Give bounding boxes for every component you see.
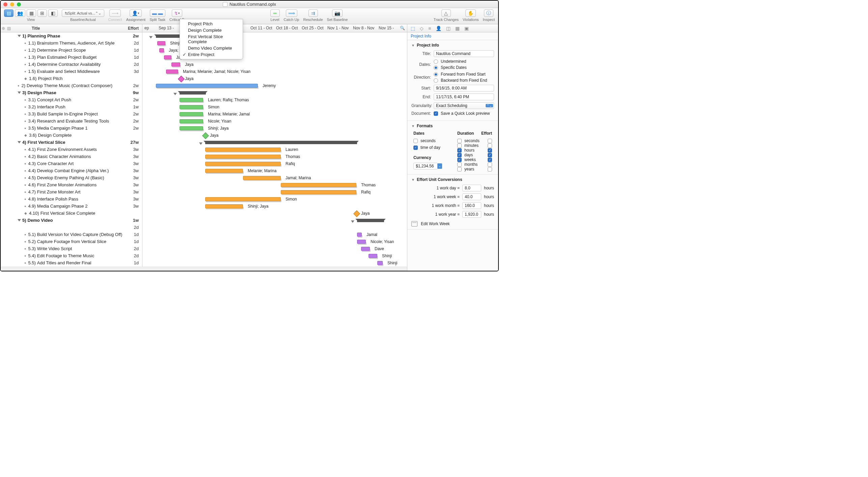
start-input[interactable]: 9/16/15, 8:00 AM xyxy=(434,85,494,91)
task-bar[interactable] xyxy=(243,176,281,180)
title-input[interactable]: Nautilus Command xyxy=(434,50,494,57)
duration-years-checkbox[interactable] xyxy=(457,167,462,171)
inspector-resource-icon[interactable]: 👤 xyxy=(436,26,441,31)
conversion-input[interactable]: 1,920.0 xyxy=(462,211,481,218)
inspector-page-icon[interactable]: ▣ xyxy=(464,26,469,31)
task-bar[interactable] xyxy=(357,240,366,244)
dates-seconds-checkbox[interactable] xyxy=(413,139,418,143)
close-window[interactable] xyxy=(3,2,7,6)
task-bar[interactable] xyxy=(171,62,180,67)
task-bar[interactable] xyxy=(369,254,377,258)
task-bar[interactable] xyxy=(166,70,178,74)
outline-row[interactable]: ●4.1)First Zone Environment Assets3w xyxy=(1,146,142,153)
set-baseline-button[interactable]: 📷 xyxy=(332,9,343,17)
task-bar[interactable] xyxy=(180,112,203,116)
outline-row[interactable]: 2d xyxy=(1,224,142,231)
outline-row[interactable]: ●5.5)Add Titles and Render Final1d xyxy=(1,259,142,266)
zoom-window[interactable] xyxy=(17,2,21,6)
disclosure-icon[interactable] xyxy=(199,142,202,147)
summary-bar[interactable] xyxy=(180,91,206,95)
eye-icon[interactable]: ⊕ xyxy=(1,26,6,31)
outline-row[interactable]: ◆3.6)Design Complete xyxy=(1,132,142,139)
project-info-header[interactable]: ▼Project Info xyxy=(411,43,494,48)
direction-forward-radio[interactable] xyxy=(434,72,438,77)
task-bar[interactable] xyxy=(180,98,203,102)
task-bar[interactable] xyxy=(156,84,258,88)
disclosure-icon[interactable] xyxy=(149,36,153,40)
violations-button[interactable]: ✋ xyxy=(465,9,476,17)
effort-months-checkbox[interactable] xyxy=(488,162,492,167)
conversion-input[interactable]: 40.0 xyxy=(462,193,481,200)
summary-bar[interactable] xyxy=(205,141,357,144)
menu-item-design-complete[interactable]: Design Complete xyxy=(180,27,243,33)
outline-row[interactable]: ●5.1)Build Version for Video Capture (De… xyxy=(1,231,142,238)
menu-item-entire-project[interactable]: Entire Project xyxy=(180,51,243,58)
inspector-breadcrumb[interactable]: Project Info xyxy=(407,32,498,40)
view-gantt-button[interactable]: ▤ xyxy=(4,9,13,17)
outline-row[interactable]: ◆1.6)Project Pitch xyxy=(1,75,142,82)
disclosure-icon[interactable] xyxy=(18,141,21,145)
baseline-mode-select[interactable]: ⇆Split: Actual vs...⌃⌄ xyxy=(62,9,104,17)
outline-row[interactable]: 4)First Vertical Slice27w xyxy=(1,139,142,146)
dates-specific-radio[interactable] xyxy=(434,65,438,70)
disclosure-icon[interactable] xyxy=(351,220,354,224)
view-resources-button[interactable]: 👥 xyxy=(15,9,25,17)
task-bar[interactable] xyxy=(205,155,281,159)
menu-item-demo-video-complete[interactable]: Demo Video Complete xyxy=(180,45,243,51)
inspector-milestone-icon[interactable]: ◇ xyxy=(420,26,424,31)
currency-input[interactable]: $1,234.56 xyxy=(413,163,438,169)
milestone-diamond[interactable] xyxy=(178,76,185,82)
view-network-button[interactable]: ⊞ xyxy=(37,9,47,17)
outline-row[interactable]: ●4.3)Core Character Art3w xyxy=(1,160,142,167)
inspector-styles-icon[interactable]: ◫ xyxy=(446,26,451,31)
task-bar[interactable] xyxy=(164,55,171,59)
outline-row[interactable]: ◆4.10)First Vertical Slice Complete xyxy=(1,210,142,217)
outline-row[interactable]: ●5.3)Write Video Script2d xyxy=(1,245,142,252)
effort-years-checkbox[interactable] xyxy=(488,167,492,171)
outline-row[interactable]: ●1.5)Evaluate and Select Middleware3d xyxy=(1,68,142,75)
effort-conversions-header[interactable]: ▼Effort Unit Conversions xyxy=(411,177,494,182)
effort-weeks-checkbox[interactable] xyxy=(488,158,492,162)
outline-row[interactable]: ●3.3)Build Sample In-Engine Project2w xyxy=(1,110,142,117)
duration-minutes-checkbox[interactable] xyxy=(457,143,462,148)
duration-hours-checkbox[interactable] xyxy=(457,148,462,153)
effort-column-header[interactable]: Effort xyxy=(122,26,142,31)
edit-work-week[interactable]: Edit Work Week xyxy=(411,220,494,227)
conversion-input[interactable]: 8.0 xyxy=(462,185,481,191)
menu-item-project-pitch[interactable]: Project Pitch xyxy=(180,21,243,27)
inspect-button[interactable]: ⓘ xyxy=(484,9,493,17)
task-bar[interactable] xyxy=(159,48,164,52)
outline-row[interactable]: ●4.7)First Zone Monster Art3w xyxy=(1,188,142,195)
duration-seconds-checkbox[interactable] xyxy=(457,139,462,143)
outline-row[interactable]: ●2)Develop Theme Music (Contract Compose… xyxy=(1,82,142,89)
assignment-button[interactable]: 👤▾ xyxy=(130,9,142,17)
task-bar[interactable] xyxy=(281,190,356,194)
outline-row[interactable]: ●3.1)Concept Art Push2w xyxy=(1,96,142,103)
catch-up-button[interactable]: ⟹ xyxy=(286,9,297,17)
disclosure-icon[interactable] xyxy=(18,35,21,39)
outline-row[interactable]: ●3.4)Research and Evaluate Testing Tools… xyxy=(1,117,142,125)
task-bar[interactable] xyxy=(357,233,362,237)
outline-row[interactable]: ●4.4)Develop Combat Engine (Alpha Ver.)3… xyxy=(1,167,142,174)
connect-button[interactable]: ⟶ xyxy=(109,9,121,17)
conversion-input[interactable]: 160.0 xyxy=(462,202,481,209)
granularity-select[interactable]: Exact Scheduling⌃⌄ xyxy=(434,102,494,109)
outline-row[interactable]: ●4.2)Basic Character Animations3w xyxy=(1,153,142,160)
dates-timeofday-checkbox[interactable] xyxy=(413,145,418,150)
effort-hours-checkbox[interactable] xyxy=(488,148,492,153)
outline-row[interactable]: ●5.4)Edit Footage to Theme Music2d xyxy=(1,252,142,259)
reschedule-button[interactable]: ⇉ xyxy=(308,9,318,17)
outline-row[interactable]: ●1.4)Determine Contractor Availability2d xyxy=(1,61,142,68)
track-changes-button[interactable]: △ xyxy=(441,9,451,17)
task-bar[interactable] xyxy=(361,247,370,251)
inspector-project-icon[interactable]: ⬚ xyxy=(411,26,415,31)
milestone-diamond[interactable] xyxy=(202,132,209,139)
critical-path-button[interactable]: ↯▾ xyxy=(172,9,182,17)
task-bar[interactable] xyxy=(281,183,356,187)
duration-weeks-checkbox[interactable] xyxy=(457,158,462,162)
outline-row[interactable]: ●5.2)Capture Footage from Vertical Slice… xyxy=(1,238,142,245)
view-calendar-button[interactable]: ▦ xyxy=(27,9,36,17)
quicklook-checkbox[interactable] xyxy=(434,111,438,116)
formats-header[interactable]: ▼Formats xyxy=(411,124,494,128)
outline-row[interactable]: ●1.1)Brainstorm Themes, Audience, Art St… xyxy=(1,39,142,47)
